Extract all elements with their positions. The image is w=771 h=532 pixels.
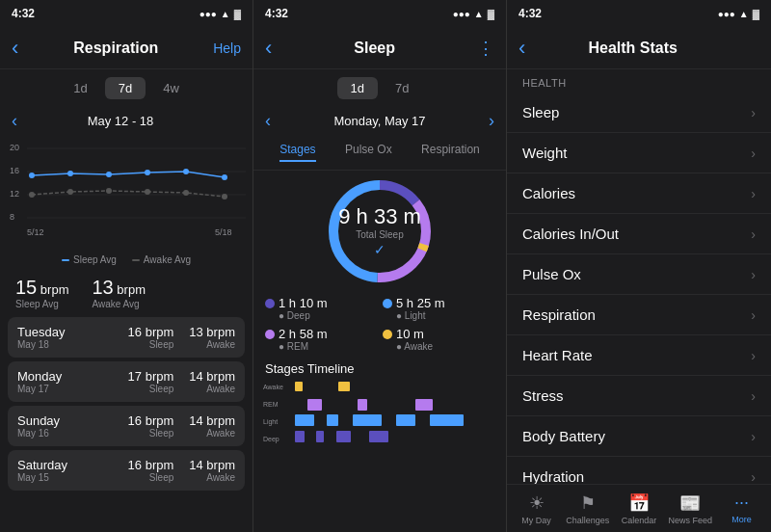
help-button[interactable]: Help [213, 40, 241, 56]
row-sleep-value: 16 brpm [128, 325, 174, 339]
chevron-right-icon: › [751, 469, 756, 485]
health-item-sleep[interactable]: Sleep › [507, 93, 771, 133]
svg-text:Deep: Deep [263, 436, 279, 443]
tab-calendar[interactable]: 📅 Calendar [613, 492, 664, 525]
health-item-respiration[interactable]: Respiration › [507, 295, 771, 335]
total-sleep-time: 9 h 33 m [338, 205, 421, 228]
svg-rect-35 [415, 399, 433, 411]
row-awake-value: 14 brpm [189, 458, 235, 472]
svg-point-15 [67, 189, 73, 195]
health-section-label: HEALTH [507, 69, 771, 93]
sleep-date-label: Monday, May 17 [333, 114, 425, 128]
health-item-body-battery[interactable]: Body Battery › [507, 416, 771, 457]
tab-challenges[interactable]: ⚑ Challenges [562, 492, 613, 525]
rem-label: ● REM [279, 341, 377, 352]
health-item-sleep-label: Sleep [522, 104, 559, 120]
svg-text:Light: Light [263, 418, 278, 426]
deep-value: 1 h 10 m [279, 296, 328, 310]
health-items-list: Sleep › Weight › Calories › Calories In/… [507, 93, 771, 484]
health-item-calories[interactable]: Calories › [507, 173, 771, 214]
health-stats-panel: 4:32 ●●● ▲ ▓ ‹ Health Stats HEALTH Sleep… [507, 0, 771, 532]
health-item-pulse-ox[interactable]: Pulse Ox › [507, 254, 771, 295]
chevron-right-icon: › [751, 226, 756, 242]
svg-text:REM: REM [263, 401, 279, 408]
sleep-minutes: 33 m [374, 204, 421, 228]
tab-7d[interactable]: 7d [105, 77, 146, 99]
svg-rect-39 [396, 414, 415, 426]
awake-avg-stat: 13 brpm Awake Avg [92, 277, 145, 309]
back-button[interactable]: ‹ [12, 36, 18, 61]
respiration-tab[interactable]: Respiration [421, 143, 480, 162]
svg-text:5/12: 5/12 [27, 227, 44, 237]
health-item-stress-label: Stress [522, 387, 564, 404]
svg-rect-38 [353, 414, 382, 426]
health-item-stress[interactable]: Stress › [507, 376, 771, 416]
health-item-hydration-label: Hydration [522, 468, 584, 484]
stages-tab[interactable]: Stages [279, 143, 315, 162]
table-row[interactable]: Monday May 17 17 brpm Sleep 14 brpm Awak… [8, 361, 245, 402]
chart-legend: Sleep Avg Awake Avg [0, 251, 253, 269]
tab-4w[interactable]: 4w [149, 77, 193, 99]
table-row[interactable]: Sunday May 16 16 brpm Sleep 14 brpm Awak… [8, 406, 245, 446]
chevron-right-icon: › [751, 267, 756, 282]
back-button-sleep[interactable]: ‹ [265, 36, 272, 61]
sleep-check-icon: ✓ [374, 242, 386, 257]
row-date: May 17 [17, 384, 62, 394]
health-item-heart-rate[interactable]: Heart Rate › [507, 335, 771, 376]
health-item-body-battery-label: Body Battery [522, 428, 605, 444]
tab-my-day[interactable]: ☀ My Day [511, 492, 562, 525]
prev-date-button[interactable]: ‹ [12, 111, 17, 131]
svg-point-18 [183, 190, 189, 196]
chevron-right-icon: › [751, 348, 756, 363]
page-title-respiration: Respiration [73, 40, 158, 57]
status-icons: ●●● ▲ ▓ [199, 9, 241, 19]
svg-point-9 [67, 171, 73, 176]
health-item-calories-in-out-label: Calories In/Out [522, 226, 619, 242]
battery-icon-sleep: ▓ [488, 9, 494, 19]
sleep-prev-date[interactable]: ‹ [265, 111, 271, 131]
health-item-calories-label: Calories [522, 185, 575, 201]
svg-text:5/18: 5/18 [215, 227, 232, 237]
my-day-icon: ☀ [529, 492, 545, 514]
health-item-weight[interactable]: Weight › [507, 133, 771, 173]
light-label: ● Light [396, 310, 494, 321]
pulse-ox-tab[interactable]: Pulse Ox [345, 143, 392, 162]
svg-rect-33 [307, 399, 322, 411]
row-date: May 18 [17, 339, 65, 350]
sleep-tab-7d[interactable]: 7d [382, 77, 422, 99]
table-row[interactable]: Saturday May 15 16 brpm Sleep 14 brpm Aw… [8, 450, 245, 491]
sleep-tab-1d[interactable]: 1d [337, 77, 378, 99]
row-sleep-value: 16 brpm [128, 458, 174, 472]
hs-signal-icon: ●●● [718, 9, 735, 19]
svg-point-17 [145, 189, 150, 195]
light-value: 5 h 25 m [396, 296, 445, 310]
challenges-label: Challenges [566, 516, 609, 525]
health-item-calories-in-out[interactable]: Calories In/Out › [507, 214, 771, 254]
tab-1d[interactable]: 1d [60, 77, 100, 99]
more-options-button[interactable]: ⋮ [477, 38, 494, 59]
health-item-respiration-label: Respiration [522, 306, 596, 323]
status-bar-sleep: 4:32 ●●● ▲ ▓ [253, 0, 506, 27]
tab-more[interactable]: ··· More [716, 492, 767, 524]
svg-point-12 [183, 169, 189, 174]
my-day-label: My Day [521, 516, 551, 525]
hs-battery-icon: ▓ [753, 9, 759, 19]
tab-news-feed[interactable]: 📰 News Feed [665, 492, 716, 525]
sleep-next-date[interactable]: › [489, 111, 494, 131]
row-sleep-label: Sleep [128, 428, 174, 439]
svg-rect-37 [327, 414, 338, 426]
svg-point-10 [106, 172, 112, 177]
sleep-ring-inner: 9 h 33 m Total Sleep ✓ [338, 205, 421, 256]
health-item-hydration[interactable]: Hydration › [507, 457, 771, 484]
row-awake-value: 13 brpm [189, 325, 235, 339]
row-sleep-value: 17 brpm [128, 369, 174, 384]
svg-rect-32 [338, 382, 350, 391]
svg-rect-41 [295, 431, 305, 442]
respiration-panel: 4:32 ●●● ▲ ▓ ‹ Respiration Help 1d 7d 4w… [0, 0, 253, 532]
svg-text:16: 16 [10, 166, 19, 175]
deep-dot [265, 299, 275, 308]
svg-rect-34 [358, 399, 367, 411]
svg-rect-31 [295, 382, 303, 391]
hs-back-button[interactable]: ‹ [518, 36, 525, 61]
table-row[interactable]: Tuesday May 18 16 brpm Sleep 13 brpm Awa… [8, 317, 245, 358]
